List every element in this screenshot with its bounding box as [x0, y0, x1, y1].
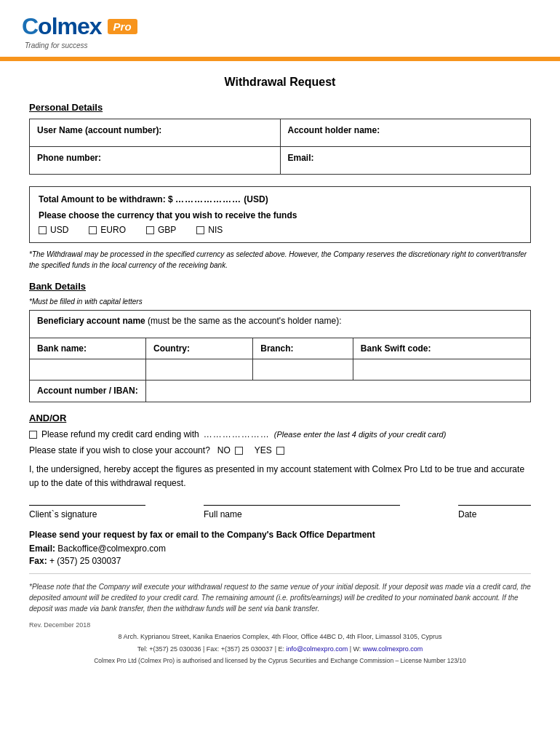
close-account-line: Please state if you wish to close your a…	[29, 445, 531, 455]
amount-dots: …………………	[175, 194, 241, 204]
personal-details-table: User Name (account number): Account hold…	[29, 119, 531, 175]
statement-text: I, the undersigned, hereby accept the fi…	[29, 463, 531, 490]
email-detail: Email: Backoffice@colmexpro.com	[29, 543, 531, 554]
swift-value	[353, 359, 530, 381]
bottom-divider	[29, 573, 531, 574]
nis-label: NIS	[208, 225, 223, 235]
must-capital-note: *Must be filled in with capital letters	[29, 298, 531, 306]
full-name-line	[204, 505, 400, 506]
andor-title: AND/OR	[29, 413, 531, 423]
branch-value	[253, 359, 353, 381]
currency-euro: EURO	[89, 225, 126, 235]
currency-label: Please choose the currency that you wish…	[39, 210, 521, 220]
country-value	[146, 359, 253, 381]
client-sig-line	[29, 505, 145, 506]
logo-container: Colmex Pro Trading for success	[22, 13, 137, 49]
table-row: Account number / IBAN:	[30, 381, 531, 402]
gbp-checkbox[interactable]	[146, 226, 154, 234]
currency-gbp: GBP	[146, 225, 176, 235]
no-label: NO	[217, 445, 231, 455]
website-link[interactable]: www.colmexpro.com	[363, 645, 423, 653]
yes-label: YES	[255, 445, 272, 455]
rev-date: Rev. December 2018	[29, 621, 531, 629]
personal-details-title: Personal Details	[29, 102, 531, 113]
date-line	[458, 505, 531, 506]
contact-text-2: | W:	[348, 645, 363, 653]
beneficiary-bold: Beneficiary account name	[37, 316, 145, 326]
client-sig-label: Client`s signature	[29, 509, 97, 519]
iban-value	[146, 381, 531, 402]
bank-name-value	[30, 359, 146, 381]
page-title: Withdrawal Request	[29, 76, 531, 89]
table-row: Beneficiary account name (must be the sa…	[30, 311, 531, 338]
gbp-label: GBP	[158, 225, 176, 235]
logo-text: Colmex Pro	[22, 13, 137, 40]
pro-badge: Pro	[108, 19, 137, 34]
table-row	[30, 359, 531, 381]
usd-checkbox[interactable]	[39, 226, 47, 234]
iban-label: Account number / IBAN:	[30, 381, 146, 402]
amount-usd: (USD)	[244, 194, 268, 204]
amount-box: Total Amount to be withdrawn: $ ………………… …	[29, 186, 531, 243]
currency-nis: NIS	[196, 225, 223, 235]
branch-label: Branch:	[253, 338, 353, 359]
close-account-label: Please state if you wish to close your a…	[29, 445, 210, 455]
regulatory-line: Colmex Pro Ltd (Colmex Pro) is authorise…	[29, 657, 531, 664]
email-link[interactable]: info@colmexpro.com	[286, 645, 348, 653]
account-holder-label: Account holder name:	[280, 119, 531, 147]
credit-card-checkbox[interactable]	[29, 431, 37, 439]
beneficiary-cell: Beneficiary account name (must be the sa…	[30, 311, 531, 338]
disclaimer-text: *The Withdrawal may be processed in the …	[29, 249, 531, 271]
logo-tagline: Trading for success	[25, 41, 88, 49]
amount-line: Total Amount to be withdrawn: $ ………………… …	[39, 194, 521, 204]
bank-details-title: Bank Details	[29, 281, 531, 292]
fax-value: + (357) 25 030037	[49, 556, 121, 566]
date-block: Date	[458, 505, 531, 519]
fax-detail: Fax: + (357) 25 030037	[29, 556, 531, 566]
address-line: 8 Arch. Kyprianou Street, Kanika Enaerio…	[29, 632, 531, 642]
credit-card-line: Please refund my credit card ending with…	[29, 429, 531, 439]
header: Colmex Pro Trading for success	[0, 0, 560, 49]
usd-label: USD	[50, 225, 68, 235]
table-row: Phone number: Email:	[30, 147, 531, 175]
credit-card-prefix: Please refund my credit card ending with	[41, 429, 199, 439]
main-content: Withdrawal Request Personal Details User…	[0, 61, 560, 679]
yes-checkbox[interactable]	[276, 447, 284, 455]
send-info: Please send your request by fax or email…	[29, 530, 531, 566]
no-checkbox[interactable]	[235, 447, 243, 455]
currency-options: USD EURO GBP NIS	[39, 225, 521, 235]
full-name-label: Full name	[204, 509, 242, 519]
email-value: Backoffice@colmexpro.com	[57, 543, 166, 554]
signature-area: Client`s signature Full name Date	[29, 505, 531, 519]
date-label: Date	[458, 509, 476, 519]
table-row: User Name (account number): Account hold…	[30, 119, 531, 147]
beneficiary-note: (must be the same as the account's holde…	[148, 316, 341, 326]
contact-text: Tel: +(357) 25 030036 | Fax: +(357) 25 0…	[137, 645, 287, 653]
footnote: *Please note that the Company will execu…	[29, 581, 531, 614]
full-name-block: Full name	[204, 505, 400, 519]
bank-name-label: Bank name:	[30, 338, 146, 359]
bank-details-table: Beneficiary account name (must be the sa…	[29, 310, 531, 402]
euro-checkbox[interactable]	[89, 226, 97, 234]
swift-label: Bank Swift code:	[353, 338, 530, 359]
credit-card-note: (Please enter the last 4 digits of your …	[274, 430, 447, 439]
euro-label: EURO	[100, 225, 126, 235]
amount-label: Total Amount to be withdrawn: $	[39, 194, 173, 204]
credit-card-dots: …………………	[204, 429, 270, 439]
phone-label: Phone number:	[30, 147, 281, 175]
email-label: Email:	[29, 543, 55, 554]
nis-checkbox[interactable]	[196, 226, 204, 234]
currency-usd: USD	[39, 225, 68, 235]
colmex-logo: Colmex	[22, 13, 102, 40]
email-label: Email:	[280, 147, 531, 175]
send-bold-line: Please send your request by fax or email…	[29, 530, 531, 540]
client-signature-block: Client`s signature	[29, 505, 145, 519]
table-row: Bank name: Country: Branch: Bank Swift c…	[30, 338, 531, 359]
country-label: Country:	[146, 338, 253, 359]
username-label: User Name (account number):	[30, 119, 281, 147]
fax-label: Fax:	[29, 556, 47, 566]
contact-line: Tel: +(357) 25 030036 | Fax: +(357) 25 0…	[29, 644, 531, 654]
